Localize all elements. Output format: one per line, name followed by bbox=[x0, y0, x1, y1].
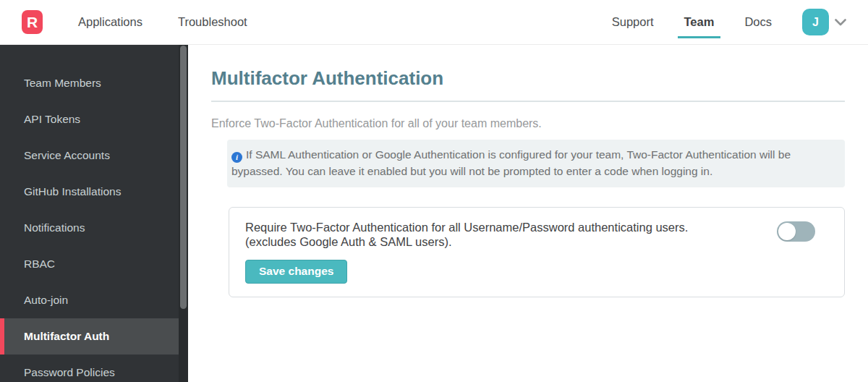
top-navbar: R Applications Troubleshoot Support Team… bbox=[0, 0, 868, 45]
nav-item-applications[interactable]: Applications bbox=[78, 0, 142, 44]
app-logo[interactable]: R bbox=[22, 10, 43, 34]
nav-item-team[interactable]: Team bbox=[684, 0, 715, 44]
page-title: Multifactor Authentication bbox=[211, 67, 845, 90]
toggle-knob bbox=[778, 223, 796, 240]
setting-label-line1: Require Two-Factor Authentication for al… bbox=[245, 220, 773, 234]
info-icon: i bbox=[231, 152, 242, 163]
two-factor-toggle[interactable] bbox=[777, 221, 815, 242]
nav-right: Support Team Docs J bbox=[612, 0, 868, 44]
sidebar-item-api-tokens[interactable]: API Tokens bbox=[0, 101, 179, 137]
sidebar-item-auto-join[interactable]: Auto-join bbox=[0, 282, 179, 318]
save-changes-button[interactable]: Save changes bbox=[245, 260, 347, 284]
sidebar-item-notifications[interactable]: Notifications bbox=[0, 210, 179, 246]
title-divider bbox=[211, 101, 845, 102]
user-menu-button[interactable] bbox=[835, 19, 846, 26]
sidebar-menu: Team Members API Tokens Service Accounts… bbox=[0, 45, 188, 382]
sidebar-item-service-accounts[interactable]: Service Accounts bbox=[0, 137, 179, 174]
nav-item-support[interactable]: Support bbox=[612, 0, 654, 44]
sidebar-item-team-members[interactable]: Team Members bbox=[0, 65, 179, 101]
sidebar-item-multifactor-auth[interactable]: Multifactor Auth bbox=[0, 318, 179, 355]
page-subtitle: Enforce Two-Factor Authentication for al… bbox=[211, 117, 845, 130]
sidebar-item-github-installations[interactable]: GitHub Installations bbox=[0, 174, 179, 210]
two-factor-setting-label: Require Two-Factor Authentication for al… bbox=[245, 220, 773, 249]
info-alert-text: If SAML Authentication or Google Authent… bbox=[231, 148, 791, 177]
sidebar-scrollbar-thumb[interactable] bbox=[180, 46, 187, 309]
sidebar-item-password-policies[interactable]: Password Policies bbox=[0, 355, 179, 382]
settings-sidebar: Team Members API Tokens Service Accounts… bbox=[0, 45, 188, 382]
main-content: Multifactor Authentication Enforce Two-F… bbox=[188, 45, 868, 382]
nav-item-troubleshoot[interactable]: Troubleshoot bbox=[178, 0, 247, 44]
saml-info-alert: iIf SAML Authentication or Google Authen… bbox=[227, 140, 845, 187]
setting-label-line2: (excludes Google Auth & SAML users). bbox=[245, 234, 773, 249]
nav-left: Applications Troubleshoot bbox=[43, 0, 247, 44]
user-avatar[interactable]: J bbox=[802, 9, 829, 35]
sidebar-item-rbac[interactable]: RBAC bbox=[0, 246, 179, 282]
nav-item-docs[interactable]: Docs bbox=[744, 0, 772, 44]
two-factor-setting-card: Require Two-Factor Authentication for al… bbox=[229, 207, 845, 297]
chevron-down-icon bbox=[835, 19, 846, 26]
